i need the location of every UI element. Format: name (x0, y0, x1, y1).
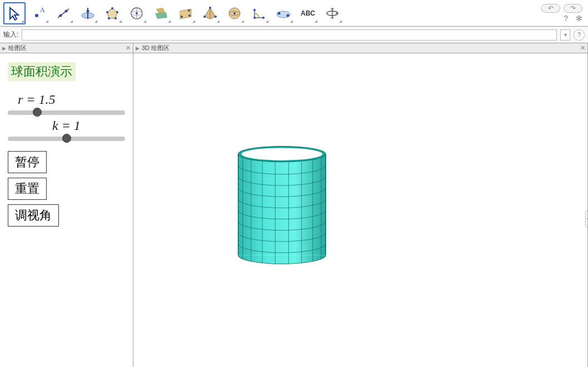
svg-point-14 (131, 8, 142, 19)
reset-button[interactable]: 重置 (8, 178, 47, 200)
svg-point-35 (277, 11, 290, 18)
slider-k-label: k = 1 (52, 118, 125, 133)
svg-point-0 (35, 14, 38, 17)
line-tool[interactable] (52, 2, 74, 24)
svg-point-37 (287, 14, 290, 17)
input-history-dropdown[interactable]: ▾ (560, 29, 570, 41)
graphics3d-panel-header[interactable]: ▶ 3D 绘图区 ✕ (133, 43, 587, 53)
help-icon[interactable]: ? (564, 14, 568, 23)
svg-point-17 (136, 12, 138, 14)
svg-point-28 (215, 16, 217, 18)
move-tool[interactable] (3, 2, 26, 24)
plane-tool[interactable] (175, 2, 197, 24)
svg-point-11 (114, 17, 117, 19)
undo-button[interactable]: ↶ (541, 4, 560, 13)
svg-point-3 (59, 14, 62, 17)
slider-k: k = 1 (8, 118, 125, 141)
input-bar: 输入: ▾ ? (0, 27, 588, 43)
input-label: 输入: (3, 30, 18, 39)
toolbar-right: ↶ ↷ ? ✻ (541, 4, 585, 23)
svg-point-31 (233, 12, 236, 14)
svg-point-15 (131, 11, 142, 16)
svg-marker-19 (155, 12, 167, 19)
svg-point-44 (242, 148, 322, 160)
side-handle[interactable]: ◀ (585, 210, 587, 227)
slider-r-track[interactable] (8, 110, 125, 115)
close-icon[interactable]: ✕ (580, 44, 585, 52)
svg-point-12 (108, 17, 110, 19)
pyramid-tool[interactable] (199, 2, 221, 24)
reflect-tool[interactable] (272, 2, 295, 24)
svg-point-32 (253, 17, 256, 19)
svg-point-34 (262, 17, 265, 19)
toolbar: A ABC (0, 0, 588, 27)
svg-point-21 (181, 16, 183, 18)
svg-marker-24 (205, 8, 216, 19)
intersect-tool[interactable] (150, 2, 172, 24)
svg-marker-18 (156, 8, 165, 13)
svg-marker-20 (180, 9, 191, 19)
svg-point-23 (188, 14, 191, 17)
svg-point-30 (229, 11, 240, 15)
svg-point-5 (82, 13, 94, 18)
svg-text:A: A (40, 6, 45, 14)
redo-icon: ↷ (570, 4, 576, 12)
svg-marker-8 (107, 8, 117, 18)
text-tool[interactable]: ABC (297, 2, 319, 24)
polygon-tool[interactable] (101, 2, 123, 24)
svg-point-27 (203, 16, 206, 18)
svg-point-13 (106, 11, 108, 13)
main-area: ▶ 绘图区 ✕ 球面积演示 r = 1.5 k = 1 暂停 重置 调视 (0, 43, 588, 367)
graphics3d-view[interactable]: ◀ (133, 53, 587, 367)
graphics-panel-title: 绘图区 (8, 44, 27, 52)
slider-r-thumb[interactable] (33, 108, 42, 117)
svg-rect-42 (238, 154, 326, 255)
demo-title: 球面积演示 (8, 62, 76, 81)
svg-point-22 (188, 9, 190, 12)
angle-tool[interactable] (248, 2, 270, 24)
gear-icon[interactable]: ✻ (576, 14, 582, 23)
graphics-panel-body[interactable]: 球面积演示 r = 1.5 k = 1 暂停 重置 调视角 (0, 53, 133, 367)
point-tool[interactable]: A (28, 2, 50, 24)
graphics3d-panel: ▶ 3D 绘图区 ✕ (133, 43, 588, 367)
graphics3d-panel-title: 3D 绘图区 (142, 44, 170, 52)
svg-point-4 (65, 9, 68, 12)
chevron-down-icon: ▾ (564, 32, 567, 38)
adjust-view-button[interactable]: 调视角 (8, 204, 59, 227)
perp-tool[interactable] (77, 2, 99, 24)
svg-point-10 (116, 11, 118, 13)
svg-point-38 (327, 11, 338, 16)
cylinder-render (133, 53, 587, 367)
collapse-icon: ▶ (2, 46, 6, 51)
circle-tool[interactable] (126, 2, 148, 24)
svg-point-29 (229, 8, 240, 19)
slider-k-track[interactable] (8, 137, 125, 141)
svg-point-36 (278, 12, 281, 14)
help-icon: ? (577, 31, 581, 39)
text-tool-label: ABC (301, 9, 315, 17)
svg-line-2 (58, 9, 69, 18)
sphere-tool[interactable] (223, 2, 246, 24)
svg-point-9 (111, 7, 113, 9)
slider-r-label: r = 1.5 (18, 92, 125, 107)
slider-k-thumb[interactable] (62, 134, 71, 143)
svg-point-26 (209, 7, 211, 9)
close-icon[interactable]: ✕ (126, 44, 131, 52)
slider-r: r = 1.5 (8, 92, 125, 115)
graphics-panel-header[interactable]: ▶ 绘图区 ✕ (0, 43, 133, 53)
pause-button[interactable]: 暂停 (8, 151, 47, 173)
collapse-icon: ▶ (136, 46, 139, 51)
rotate-view-tool[interactable] (321, 2, 343, 24)
graphics-panel: ▶ 绘图区 ✕ 球面积演示 r = 1.5 k = 1 暂停 重置 调视 (0, 43, 133, 367)
undo-icon: ↶ (548, 4, 554, 12)
command-input[interactable] (22, 29, 557, 41)
svg-point-7 (87, 9, 89, 12)
svg-point-33 (253, 9, 256, 11)
input-help-button[interactable]: ? (574, 29, 585, 41)
redo-button[interactable]: ↷ (564, 4, 582, 13)
